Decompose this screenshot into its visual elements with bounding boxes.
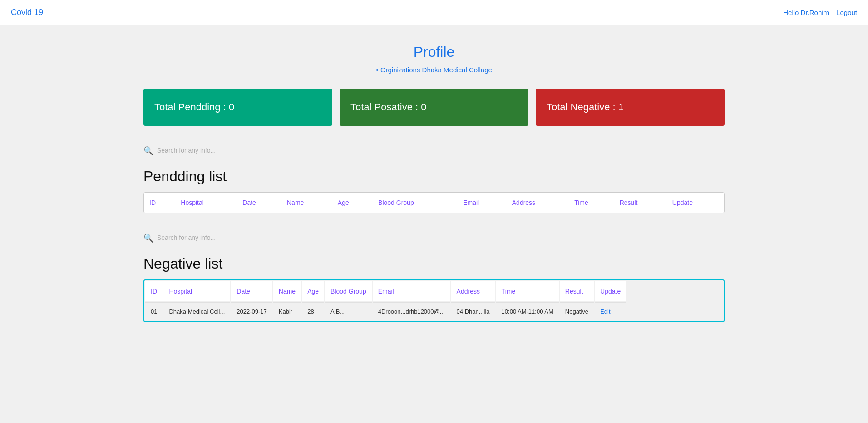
- navbar-right: Hello Dr.Rohim Logout: [783, 9, 857, 16]
- pending-table-header-row: ID Hospital Date Name Age Blood Group Em…: [144, 193, 724, 213]
- negative-table-container: ID Hospital Date Name Age Blood Group Em…: [143, 279, 725, 322]
- pending-col-time: Time: [569, 193, 614, 213]
- row-address: 04 Dhan...lia: [451, 302, 495, 320]
- main-content: Profile • Orginizations Dhaka Medical Co…: [116, 25, 752, 340]
- organization-name: Orginizations Dhaka Medical Collage: [380, 66, 492, 74]
- row-time: 10:00 AM-11:00 AM: [496, 302, 559, 320]
- stat-card-negative: Total Negative : 1: [536, 89, 725, 126]
- neg-col-email: Email: [373, 281, 450, 301]
- organization-bullet: •: [376, 66, 378, 74]
- row-result: Negative: [560, 302, 594, 320]
- neg-col-id: ID: [145, 281, 163, 301]
- stat-card-pending: Total Pendding : 0: [143, 89, 332, 126]
- row-name: Kabir: [273, 302, 301, 320]
- organization-line: • Orginizations Dhaka Medical Collage: [143, 66, 725, 74]
- row-date: 2022-09-17: [231, 302, 272, 320]
- pending-search-icon: 🔍: [143, 146, 153, 156]
- row-hospital: Dhaka Medical Coll...: [163, 302, 230, 320]
- navbar-greeting: Hello Dr.Rohim: [783, 9, 829, 16]
- neg-col-time: Time: [496, 281, 559, 301]
- neg-col-hospital: Hospital: [163, 281, 230, 301]
- pending-col-id: ID: [144, 193, 175, 213]
- pending-col-blood-group: Blood Group: [373, 193, 458, 213]
- row-update: Edit: [595, 302, 626, 320]
- pending-table-head: ID Hospital Date Name Age Blood Group Em…: [144, 193, 724, 213]
- row-blood-group: A B...: [325, 302, 372, 320]
- edit-link[interactable]: Edit: [600, 308, 610, 315]
- pending-search-input[interactable]: [157, 144, 284, 157]
- pending-col-name: Name: [281, 193, 332, 213]
- negative-table-head: ID Hospital Date Name Age Blood Group Em…: [145, 281, 626, 301]
- pending-col-date: Date: [237, 193, 281, 213]
- neg-col-update: Update: [595, 281, 626, 301]
- logout-button[interactable]: Logout: [836, 9, 857, 16]
- negative-search-input[interactable]: [157, 231, 284, 244]
- pending-section-title: Pendding list: [143, 168, 725, 185]
- negative-table-header-row: ID Hospital Date Name Age Blood Group Em…: [145, 281, 626, 301]
- positive-label: Total Posative : 0: [350, 101, 427, 113]
- neg-col-date: Date: [231, 281, 272, 301]
- negative-table-body: 01 Dhaka Medical Coll... 2022-09-17 Kabi…: [145, 302, 626, 320]
- page-title: Profile: [143, 44, 725, 60]
- pending-col-address: Address: [507, 193, 569, 213]
- stats-row: Total Pendding : 0 Total Posative : 0 To…: [143, 89, 725, 126]
- pending-col-update: Update: [667, 193, 724, 213]
- negative-label: Total Negative : 1: [547, 101, 624, 113]
- table-row: 01 Dhaka Medical Coll... 2022-09-17 Kabi…: [145, 302, 626, 320]
- row-id: 01: [145, 302, 163, 320]
- pending-col-age: Age: [332, 193, 373, 213]
- neg-col-age: Age: [302, 281, 324, 301]
- negative-section-title: Negative list: [143, 255, 725, 272]
- negative-search-container: 🔍: [143, 231, 725, 244]
- neg-col-result: Result: [560, 281, 594, 301]
- pending-label: Total Pendding : 0: [154, 101, 234, 113]
- pending-table: ID Hospital Date Name Age Blood Group Em…: [144, 193, 724, 213]
- pending-table-container: ID Hospital Date Name Age Blood Group Em…: [143, 192, 725, 213]
- navbar-brand: Covid 19: [11, 8, 43, 17]
- neg-col-blood-group: Blood Group: [325, 281, 372, 301]
- negative-table: ID Hospital Date Name Age Blood Group Em…: [144, 280, 627, 321]
- pending-col-result: Result: [614, 193, 667, 213]
- row-age: 28: [302, 302, 324, 320]
- row-email: 4Drooon...drhb12000@...: [373, 302, 450, 320]
- neg-col-name: Name: [273, 281, 301, 301]
- neg-col-address: Address: [451, 281, 495, 301]
- pending-search-container: 🔍: [143, 144, 725, 157]
- navbar: Covid 19 Hello Dr.Rohim Logout: [0, 0, 868, 25]
- pending-col-hospital: Hospital: [175, 193, 237, 213]
- stat-card-positive: Total Posative : 0: [340, 89, 528, 126]
- negative-search-icon: 🔍: [143, 233, 153, 243]
- pending-col-email: Email: [458, 193, 507, 213]
